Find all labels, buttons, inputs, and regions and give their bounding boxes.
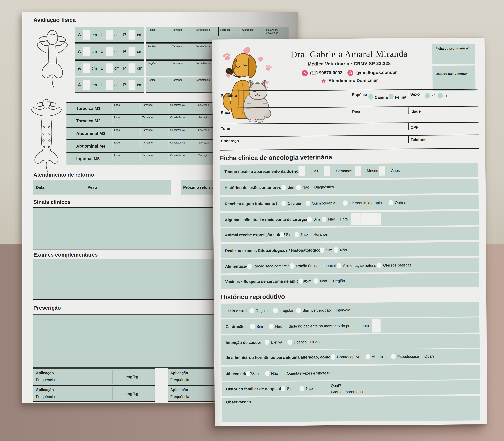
- male-symbol: ♂: [431, 92, 436, 98]
- elective-radio[interactable]: [265, 340, 269, 345]
- measure-p-input[interactable]: [128, 63, 135, 73]
- record-number-box[interactable]: Ficha ou prontuário n°: [432, 44, 475, 64]
- no-radio[interactable]: [296, 185, 301, 190]
- patient-field[interactable]: Paciente: [221, 93, 237, 98]
- wet-food-radio[interactable]: [290, 263, 295, 268]
- yes-radio[interactable]: [246, 371, 251, 376]
- repro-row-neuter-intent[interactable]: Intenção de castrar Eletiva Doença Qual?: [221, 334, 480, 350]
- repro-row-hormones[interactable]: Já administrou hormônios para alguma alt…: [221, 348, 480, 365]
- age-field[interactable]: Idade: [410, 109, 421, 113]
- repro-row-litters[interactable]: Já teve crias? Sim Não Quantas vezes e f…: [221, 365, 480, 381]
- col-linfonodos: Linfonodos envolvidos: [266, 29, 287, 34]
- application-box[interactable]: Aplicação Frequência mg/kg: [33, 386, 155, 402]
- no-radio[interactable]: [334, 247, 338, 253]
- no-radio[interactable]: [299, 386, 304, 391]
- kinship-label: Grau de parentesco: [331, 390, 364, 394]
- phone-number[interactable]: (11) 99870-0003: [310, 70, 343, 76]
- yes-radio[interactable]: [299, 279, 303, 284]
- no-radio[interactable]: [322, 217, 327, 222]
- others-radio[interactable]: [389, 200, 393, 205]
- yes-radio[interactable]: [281, 185, 286, 190]
- date-month-input[interactable]: [361, 213, 371, 225]
- onco-row-diet[interactable]: Alimentação Ração seca comercial Ração ú…: [221, 257, 479, 273]
- onco-row-treatment[interactable]: Recebeu algum tratamento? Cirurgia Quimi…: [220, 195, 479, 211]
- doctor-name: Dra. Gabriela Amaral Miranda: [278, 48, 420, 60]
- years-input[interactable]: [379, 166, 385, 175]
- onco-row-sun-exposure[interactable]: Animal recebe exposição solar? Sim Não H…: [220, 226, 479, 242]
- address-field[interactable]: Endereço: [221, 139, 239, 143]
- measure-a-input[interactable]: [83, 30, 90, 40]
- treats-radio[interactable]: [377, 263, 381, 268]
- measure-l-input[interactable]: [106, 80, 113, 90]
- yes-radio[interactable]: [307, 217, 312, 222]
- pseudocyesis-radio[interactable]: [391, 354, 396, 359]
- male-checkbox[interactable]: [425, 93, 430, 98]
- days-input[interactable]: [299, 166, 305, 176]
- no-radio[interactable]: [314, 278, 318, 284]
- irregular-radio[interactable]: [273, 308, 278, 313]
- onco-row-disease-time[interactable]: Tempo desde o aparecimento da doença Dia…: [220, 163, 478, 179]
- doctor-subtitle: Médica Veterinária • CRMV-SP 23.228: [278, 61, 420, 67]
- measure-l-input[interactable]: [106, 47, 113, 56]
- return-visit-box[interactable]: Data Peso: [33, 180, 171, 195]
- onco-row-recurrent[interactable]: Alguma lesão atual é recidivante de ciru…: [220, 211, 479, 227]
- breed-field[interactable]: Raça: [221, 110, 230, 115]
- visit-date-box[interactable]: Data do atendimento: [432, 65, 475, 91]
- dry-food-radio[interactable]: [247, 264, 252, 269]
- instagram-handle[interactable]: @medlogos.com.br: [356, 70, 397, 75]
- female-symbol: ♀: [444, 92, 449, 98]
- no-radio[interactable]: [265, 371, 269, 376]
- onco-row-prior-lesions[interactable]: Histórico de lesões anteriores? Sim Não …: [220, 179, 479, 195]
- yes-radio[interactable]: [280, 232, 284, 237]
- weeks-input[interactable]: [324, 166, 330, 176]
- natural-food-radio[interactable]: [337, 263, 341, 268]
- yes-radio[interactable]: [320, 247, 324, 253]
- record-number-label: Ficha ou prontuário n°: [436, 47, 469, 50]
- onco-row-exams[interactable]: Realizou exames Citopatológicos / Histop…: [221, 242, 479, 258]
- regular-radio[interactable]: [249, 308, 254, 314]
- female-checkbox[interactable]: [438, 93, 443, 98]
- measure-p-input[interactable]: [128, 47, 135, 56]
- measure-a-input[interactable]: [83, 63, 90, 73]
- neutering-age-input[interactable]: [372, 319, 381, 332]
- feline-checkbox[interactable]: [389, 94, 394, 99]
- tutor-field[interactable]: Tutor: [221, 126, 231, 131]
- dog-cat-logo-icon: [219, 44, 276, 128]
- cpf-field[interactable]: CPF: [410, 125, 418, 130]
- mgkg-label: mg/kg: [126, 375, 139, 379]
- measure-a-input[interactable]: [83, 80, 90, 90]
- contraceptive-radio[interactable]: [331, 354, 335, 360]
- chemo-radio[interactable]: [306, 201, 310, 206]
- col-tamanho: Tamanho: [172, 29, 183, 31]
- phone-field[interactable]: Telefone: [410, 137, 426, 142]
- col-ulceracao: Ulceração: [242, 29, 253, 31]
- no-radio[interactable]: [295, 232, 299, 237]
- repro-row-family-history[interactable]: Histórico familiar de neoplasia? Sim Não…: [221, 380, 480, 396]
- electrochemo-radio[interactable]: [343, 200, 348, 206]
- measure-p-input[interactable]: [128, 30, 135, 40]
- application-box[interactable]: Aplicação Frequência mg/kg: [33, 368, 155, 386]
- months-input[interactable]: [355, 166, 361, 176]
- onco-row-vaccines[interactable]: Vacinas • Suspeita de sarcoma de aplicaç…: [221, 273, 479, 288]
- disease-radio[interactable]: [287, 340, 292, 345]
- measure-a-input[interactable]: [83, 47, 90, 56]
- feline-label: Felina: [395, 95, 406, 99]
- weight-field[interactable]: Peso: [352, 109, 362, 114]
- surgery-radio[interactable]: [282, 201, 286, 206]
- repro-row-estrous[interactable]: Ciclo estral Regular Irregular Sem perce…: [221, 302, 479, 318]
- measure-l-input[interactable]: [106, 63, 113, 73]
- abortion-radio[interactable]: [365, 354, 370, 359]
- yes-radio[interactable]: [250, 324, 255, 329]
- date-day-input[interactable]: [351, 213, 361, 225]
- measure-l-input[interactable]: [106, 30, 113, 40]
- clinic-header: Dra. Gabriela Amaral Miranda Médica Vete…: [278, 48, 420, 84]
- yes-radio[interactable]: [281, 386, 285, 391]
- date-year-input[interactable]: [371, 213, 381, 225]
- repro-row-neutering[interactable]: Castração Sim Não Idade no paciente no m…: [221, 317, 480, 334]
- no-perception-radio[interactable]: [296, 308, 301, 313]
- col-regiao: Região: [148, 29, 156, 31]
- no-radio[interactable]: [269, 324, 274, 329]
- measure-p-input[interactable]: [128, 80, 135, 90]
- canine-checkbox[interactable]: [368, 94, 373, 99]
- observations-box[interactable]: Observações: [221, 396, 480, 422]
